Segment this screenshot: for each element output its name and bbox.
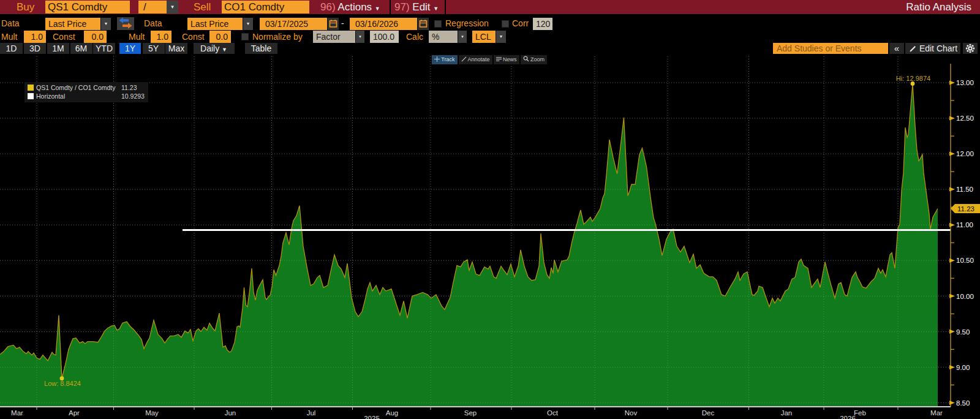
svg-text:Dec: Dec bbox=[702, 409, 715, 417]
svg-text:9.50: 9.50 bbox=[956, 328, 970, 336]
svg-text:Jun: Jun bbox=[225, 409, 236, 417]
svg-text:12.00: 12.00 bbox=[956, 150, 974, 157]
svg-text:2025: 2025 bbox=[364, 415, 380, 419]
svg-text:12.50: 12.50 bbox=[956, 115, 974, 122]
svg-text:13.00: 13.00 bbox=[956, 79, 974, 86]
svg-text:May: May bbox=[145, 409, 159, 417]
svg-text:Hi: 12.9874: Hi: 12.9874 bbox=[896, 75, 930, 82]
svg-text:Sep: Sep bbox=[464, 409, 477, 417]
svg-text:11.00: 11.00 bbox=[956, 221, 973, 228]
svg-text:Aug: Aug bbox=[386, 409, 398, 417]
svg-text:10.00: 10.00 bbox=[956, 293, 974, 300]
svg-text:Low: 8.8424: Low: 8.8424 bbox=[44, 380, 81, 387]
svg-text:Jul: Jul bbox=[307, 409, 316, 417]
svg-text:8.50: 8.50 bbox=[956, 399, 970, 407]
svg-text:9.00: 9.00 bbox=[956, 364, 970, 371]
svg-text:Mar: Mar bbox=[930, 409, 943, 417]
svg-text:Nov: Nov bbox=[625, 409, 638, 417]
svg-text:Mar: Mar bbox=[11, 409, 23, 417]
svg-text:11.23: 11.23 bbox=[957, 205, 974, 213]
svg-text:11.50: 11.50 bbox=[956, 186, 973, 193]
svg-text:Feb: Feb bbox=[854, 409, 866, 417]
svg-text:Apr: Apr bbox=[69, 409, 80, 417]
svg-text:Jan: Jan bbox=[781, 409, 793, 417]
svg-text:2026: 2026 bbox=[840, 415, 856, 419]
svg-text:Oct: Oct bbox=[547, 409, 559, 417]
svg-text:10.50: 10.50 bbox=[956, 257, 974, 264]
